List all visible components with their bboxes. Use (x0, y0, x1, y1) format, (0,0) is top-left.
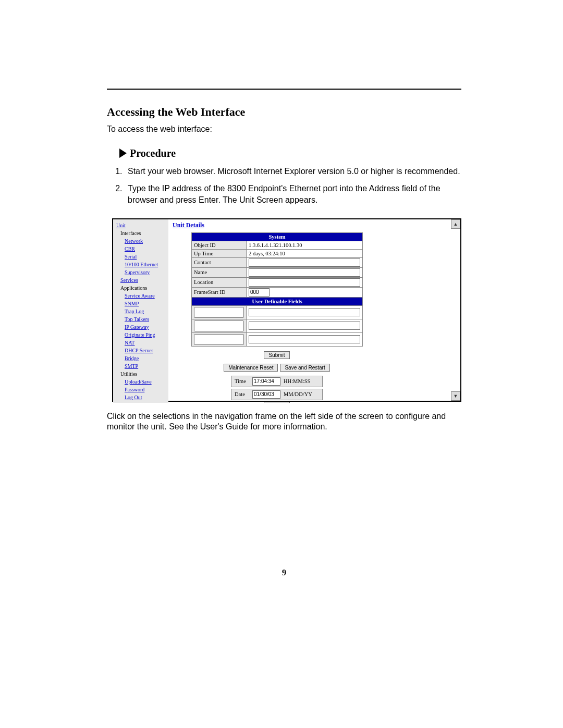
date-hint: MM/DD/YY (284, 391, 319, 397)
object-id-value: 1.3.6.1.4.1.321.100.1.30 (247, 241, 363, 249)
system-table: System Object ID 1.3.6.1.4.1.321.100.1.3… (191, 232, 363, 347)
time-hint: HH:MM:SS (284, 378, 319, 384)
name-input[interactable] (249, 268, 360, 277)
system-header: System (192, 232, 363, 241)
name-label: Name (192, 267, 247, 277)
procedure-steps: Start your web browser. Microsoft Intern… (125, 166, 461, 206)
udf2-label-input[interactable] (194, 320, 244, 331)
nav-password[interactable]: Password (125, 386, 168, 393)
nav-service-aware[interactable]: Service Aware (125, 292, 168, 300)
udf1-label-input[interactable] (194, 307, 244, 318)
step-2: Type the IP address of the 8300 Endpoint… (125, 183, 461, 205)
page-number: 9 (107, 568, 461, 577)
udf1-value-input[interactable] (249, 308, 360, 316)
object-id-label: Object ID (192, 241, 247, 249)
time-input[interactable] (252, 377, 280, 386)
uptime-label: Up Time (192, 249, 247, 257)
nav-ip-gateway[interactable]: IP Gateway (125, 323, 168, 331)
intro-text: To access the web interface: (107, 124, 461, 135)
section-heading: Accessing the Web Interface (107, 105, 461, 119)
nav-network[interactable]: Network (125, 237, 168, 245)
contact-input[interactable] (249, 258, 360, 267)
nav-originate-ping[interactable]: Originate Ping (125, 331, 168, 339)
nav-nat[interactable]: NAT (125, 339, 168, 347)
location-label: Location (192, 277, 247, 287)
uptime-value: 2 days, 03:24:10 (247, 249, 363, 257)
nav-ethernet[interactable]: 10/100 Ethernet (125, 261, 168, 268)
nav-utilities: Utilities (120, 370, 168, 378)
nav-serial[interactable]: Serial (125, 253, 168, 261)
step-1: Start your web browser. Microsoft Intern… (125, 166, 461, 177)
udf3-value-input[interactable] (249, 335, 360, 343)
contact-label: Contact (192, 257, 247, 267)
nav-dhcp-server[interactable]: DHCP Server (125, 347, 168, 354)
nav-frame: Unit Interfaces Network CBR Serial 10/10… (113, 219, 168, 403)
nav-applications: Applications (120, 284, 168, 292)
procedure-heading: Procedure (119, 147, 461, 159)
nav-upload-save[interactable]: Upload/Save (125, 378, 168, 386)
submit-button-2[interactable]: Submit (264, 402, 289, 403)
unit-screen-screenshot: ▲ ▼ Unit Interfaces Network CBR Serial 1… (112, 218, 461, 402)
date-label: Date (235, 391, 249, 397)
location-input[interactable] (249, 278, 360, 287)
unit-details-title[interactable]: Unit Details (173, 221, 457, 229)
nav-unit[interactable]: Unit (116, 221, 168, 229)
nav-trap-log[interactable]: Trap Log (125, 307, 168, 315)
time-label: Time (235, 378, 249, 384)
nav-cbr[interactable]: CBR (125, 245, 168, 253)
triangle-right-icon (119, 149, 127, 158)
udf3-label-input[interactable] (194, 334, 244, 345)
horizontal-rule (107, 89, 461, 90)
nav-services[interactable]: Services (120, 276, 168, 284)
time-date-box: Time HH:MM:SS Date MM/DD/YY Submit (191, 376, 362, 403)
nav-supervisory[interactable]: Supervisory (125, 268, 168, 276)
procedure-label: Procedure (130, 147, 176, 159)
udf-header: User Definable Fields (192, 297, 363, 305)
date-input[interactable] (252, 390, 280, 399)
nav-snmp[interactable]: SNMP (125, 300, 168, 307)
save-restart-button[interactable]: Save and Restart (280, 364, 329, 372)
submit-button-1[interactable]: Submit (264, 351, 289, 359)
framestart-input[interactable] (249, 288, 270, 297)
nav-smtp[interactable]: SMTP (125, 362, 168, 370)
nav-bridge[interactable]: Bridge (125, 354, 168, 362)
nav-top-talkers[interactable]: Top Talkers (125, 315, 168, 323)
framestart-label: FrameStart ID (192, 287, 247, 297)
content-frame: Unit Details System Object ID 1.3.6.1.4.… (168, 219, 460, 403)
nav-interfaces: Interfaces (120, 229, 168, 237)
udf2-value-input[interactable] (249, 322, 360, 330)
nav-log-out[interactable]: Log Out (125, 393, 168, 401)
outro-text: Click on the selections in the navigatio… (107, 411, 461, 433)
maintenance-reset-button[interactable]: Maintenance Reset (224, 364, 278, 372)
